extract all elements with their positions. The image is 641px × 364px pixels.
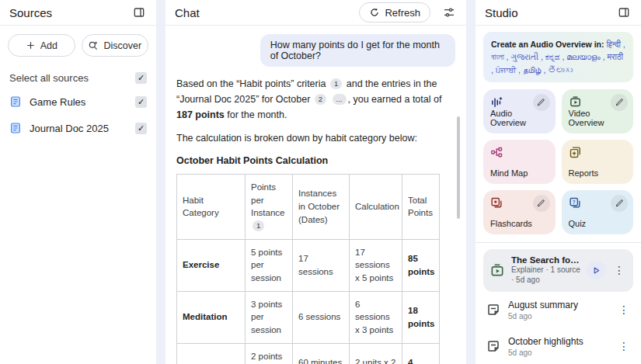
more-options-icon[interactable]: ⋮ (616, 340, 632, 352)
edit-quiz-icon[interactable] (611, 195, 628, 212)
citation-chip-header[interactable]: 1 (253, 220, 264, 231)
video-explainer-icon (489, 262, 505, 278)
more-options-icon[interactable]: ⋮ (616, 303, 632, 316)
cell-calculation: 2 units x 2 points (350, 343, 402, 364)
language-link-telugu[interactable]: తెలుగు (548, 65, 573, 75)
refresh-icon (369, 7, 380, 18)
generated-item-subtitle: 5d ago (508, 348, 608, 357)
generated-item-title: The Search for… (511, 255, 580, 265)
language-link-malayalam[interactable]: മലയാളം (566, 52, 601, 61)
plus-icon (26, 40, 36, 50)
answer-text: , you earned a total of (348, 94, 442, 105)
cell-calculation: 6 sessions x 3 points (350, 291, 402, 343)
discover-button-label: Discover (103, 40, 141, 51)
language-link-kannada[interactable]: ಕನ್ನಡ (545, 52, 560, 61)
table-row: Meditation 3 points per session 6 sessio… (177, 291, 440, 343)
cell-category: Exercise (177, 239, 246, 291)
checkmark-icon: ✓ (138, 97, 145, 107)
header-calculation: Calculation (350, 175, 402, 240)
user-message-bubble: How many points do I get for the month o… (260, 34, 455, 67)
card-label: Flashcards (490, 219, 549, 228)
cell-instances: 17 sessions (293, 239, 350, 291)
chat-settings-icon[interactable] (441, 5, 457, 20)
answer-paragraph-2: The calculation is broken down by habit … (176, 130, 455, 146)
sources-header: Sources (0, 0, 156, 26)
language-link-bangla[interactable]: বাংলা (491, 52, 504, 61)
header-instances: Instances in October (Dates) (293, 175, 350, 240)
table-row: Reading 2 points per 30 minutes 60 minut… (177, 343, 440, 364)
cell-points-per: 2 points per 30 minutes (246, 343, 293, 364)
assistant-answer: Based on the “Habit points” criteria 1 a… (176, 76, 455, 364)
collapse-panel-icon[interactable] (131, 5, 147, 20)
select-all-label: Select all sources (9, 72, 89, 84)
citation-chip-more[interactable]: ... (333, 94, 347, 105)
generated-item-october-highlights[interactable]: October highlights 5d ago ⋮ (483, 328, 633, 364)
edit-video-overview-icon[interactable] (611, 94, 628, 111)
add-source-button[interactable]: Add (8, 34, 75, 57)
cell-total: 18 points (402, 291, 440, 343)
generated-item-subtitle: Explainer · 1 source · 5d ago (511, 265, 580, 286)
language-link-hindi[interactable]: हिन्दी (606, 40, 620, 49)
chat-panel: Chat Refresh How many points do I get fo… (165, 0, 466, 364)
card-label: Audio Overview (490, 109, 549, 127)
svg-text:?: ? (572, 199, 575, 204)
cell-instances: 60 minutes (2 units) (293, 343, 350, 364)
language-link-punjabi[interactable]: ਪੰਜਾਬੀ (496, 65, 516, 75)
header-text: Points per Instance (251, 182, 284, 217)
edit-audio-overview-icon[interactable] (533, 94, 550, 111)
checkmark-icon: ✓ (138, 73, 145, 83)
cell-calculation: 17 sessions x 5 points (350, 239, 402, 291)
cell-category: Meditation (177, 291, 246, 343)
separator: , (601, 52, 608, 61)
audio-overview-language-banner: Create an Audio Overview in: हिन्दी , বা… (483, 32, 633, 82)
video-overview-card[interactable]: Video Overview (562, 89, 634, 133)
select-all-sources-row: Select all sources ✓ (0, 66, 156, 88)
refresh-button[interactable]: Refresh (359, 2, 430, 23)
banner-prefix: Create an Audio Overview in: (491, 40, 604, 49)
answer-paragraph-1: Based on the “Habit points” criteria 1 a… (176, 76, 455, 123)
card-label: Quiz (569, 219, 627, 228)
discover-sources-button[interactable]: Discover (82, 34, 149, 57)
studio-panel: Studio Create an Audio Overview in: हिन्… (476, 0, 641, 364)
cell-instances: 6 sessions (293, 291, 350, 343)
reports-card[interactable]: Reports (562, 140, 634, 184)
language-link-gujarati[interactable]: ગુજરાતી (510, 52, 538, 61)
separator: , (559, 52, 566, 61)
note-icon (486, 339, 500, 353)
generated-item-august-summary[interactable]: August summary 5d ago ⋮ (483, 292, 633, 328)
answer-text: Based on the “Habit points” criteria (176, 78, 326, 89)
chat-scrollbar[interactable] (457, 116, 460, 219)
select-all-checkbox[interactable]: ✓ (135, 72, 147, 84)
audio-overview-card[interactable]: Audio Overview (483, 89, 556, 133)
answer-total-points: 187 points (176, 109, 225, 120)
more-options-icon[interactable]: ⋮ (611, 264, 627, 276)
flashcards-card[interactable]: Flashcards (483, 190, 556, 234)
mind-map-card[interactable]: Mind Map (483, 140, 556, 184)
source-checkbox[interactable]: ✓ (135, 123, 147, 134)
play-icon[interactable] (587, 261, 605, 279)
generated-item-featured[interactable]: The Search for… Explainer · 1 source · 5… (483, 249, 633, 292)
separator: , (538, 52, 545, 61)
mindmap-icon (490, 146, 549, 159)
refresh-button-label: Refresh (385, 7, 420, 19)
sources-title: Sources (9, 6, 52, 19)
language-link-tamil[interactable]: தமிழ் (523, 65, 542, 75)
citation-chip-1[interactable]: 1 (330, 78, 342, 89)
language-link-marathi[interactable]: मराठी (608, 52, 623, 61)
doc-icon (9, 95, 22, 108)
cell-category: Reading (177, 343, 246, 364)
header-points-per-instance: Points per Instance 1 (246, 175, 293, 240)
source-checkbox[interactable]: ✓ (135, 96, 147, 108)
header-total-points: Total Points (402, 175, 440, 240)
source-item-journal-doc[interactable]: Journal Doc 2025 ✓ (0, 115, 156, 141)
separator: , (621, 40, 625, 49)
edit-flashcards-icon[interactable] (533, 195, 550, 212)
header-habit-category: Habit Category (177, 175, 246, 240)
chat-header: Chat Refresh (165, 0, 466, 26)
studio-title: Studio (485, 6, 518, 19)
source-item-game-rules[interactable]: Game Rules ✓ (0, 88, 156, 115)
citation-chip-2[interactable]: 2 (315, 94, 326, 105)
collapse-panel-icon[interactable] (616, 5, 632, 20)
quiz-card[interactable]: ? Quiz (562, 190, 634, 234)
source-item-label: Journal Doc 2025 (30, 123, 109, 134)
